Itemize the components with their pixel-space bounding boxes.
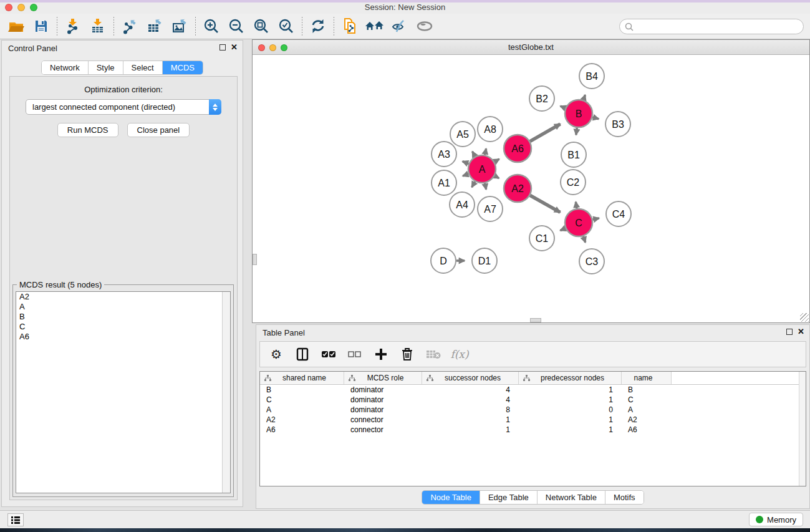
graph-node-b3[interactable]: B3 [605,112,630,137]
show-hidden-button[interactable] [412,16,437,37]
result-scrollbar[interactable] [222,292,230,493]
table-row-a[interactable]: Adominator80A [260,405,806,415]
graph-node-b4[interactable]: B4 [579,64,604,89]
graph-edge-c-c2[interactable] [576,202,576,209]
memory-button[interactable]: Memory [749,513,803,526]
hide-selected-button[interactable] [387,16,412,37]
close-panel-button[interactable]: Close panel [127,123,190,137]
cell-mcds-role[interactable]: dominator [344,385,422,395]
add-column-button[interactable] [374,346,388,362]
deselect-all-button[interactable] [347,346,362,362]
cell-predecessor-nodes[interactable]: 1 [519,415,622,425]
export-network-button[interactable] [117,16,142,37]
minimize-network-button[interactable] [269,44,276,51]
graph-node-a4[interactable]: A4 [450,192,475,217]
cell-shared-name[interactable]: A [260,405,344,415]
cell-mcds-role[interactable]: connector [344,425,422,435]
table-row-b[interactable]: Bdominator41B [260,385,806,395]
graph-edge-a-a6[interactable] [494,159,499,162]
graph-edge-b-b3[interactable] [592,117,599,119]
column-header-mcds-role[interactable]: MCDS role [344,372,422,384]
graph-node-a5[interactable]: A5 [450,122,475,147]
clone-network-button[interactable] [337,16,362,37]
graph-edge-b-b4[interactable] [584,95,586,100]
graph-edge-c-c1[interactable] [560,228,565,231]
float-panel-icon[interactable] [219,44,226,51]
graph-edge-a-a1[interactable] [463,174,468,176]
close-panel-icon[interactable]: ✕ [798,328,804,335]
zoom-out-button[interactable] [224,16,249,37]
close-window-button[interactable] [5,4,12,11]
window-resize-grip[interactable] [800,313,809,322]
home-views-button[interactable] [362,16,387,37]
graph-node-a[interactable]: A [468,155,496,183]
minimize-window-button[interactable] [17,4,25,11]
graph-edge-a-a3[interactable] [463,162,469,164]
refresh-button[interactable] [306,16,330,37]
export-image-button[interactable] [167,16,192,37]
graph-edge-a-a7[interactable] [485,183,486,190]
graph-edge-a6-b[interactable] [530,124,561,142]
graph-node-c3[interactable]: C3 [579,249,604,274]
graph-node-c4[interactable]: C4 [606,201,631,226]
zoom-network-button[interactable] [281,44,287,51]
graph-edge-a-a8[interactable] [485,148,486,155]
column-header-predecessor-nodes[interactable]: predecessor nodes [519,372,622,384]
cell-predecessor-nodes[interactable]: 1 [519,425,622,435]
cell-shared-name[interactable]: B [260,385,344,395]
tab-node-table[interactable]: Node Table [422,491,480,504]
cell-name[interactable]: B [622,385,672,395]
graph-edge-b-b1[interactable] [576,128,577,135]
cell-mcds-role[interactable]: dominator [344,405,422,415]
column-header-successor-nodes[interactable]: successor nodes [422,372,519,384]
graph-edge-a-a4[interactable] [472,181,475,187]
cell-shared-name[interactable]: C [260,395,344,405]
result-item-a2[interactable]: A2 [16,292,230,302]
close-panel-icon[interactable]: ✕ [231,44,238,51]
graph-node-c1[interactable]: C1 [529,226,554,251]
graph-node-d[interactable]: D [431,248,456,273]
result-item-a6[interactable]: A6 [16,332,230,342]
graph-node-a7[interactable]: A7 [478,196,503,221]
graph-edge-b-b2[interactable] [561,106,566,108]
graph-node-c2[interactable]: C2 [561,170,586,195]
node-table[interactable]: shared nameMCDS rolesuccessor nodesprede… [259,371,806,486]
network-canvas[interactable]: B4B2BB3A5A8A6A3B1AA1C2A2A4A7C4CC1C3DD1 [253,55,809,322]
cell-name[interactable]: A [622,405,672,415]
graph-edge-a-a2[interactable] [494,176,499,178]
tab-mcds[interactable]: MCDS [163,61,203,74]
cell-name[interactable]: A6 [622,425,672,435]
graph-node-d1[interactable]: D1 [472,248,497,273]
graph-edge-c-c3[interactable] [583,236,585,243]
task-history-button[interactable] [7,513,24,526]
tab-style[interactable]: Style [89,61,123,74]
tab-motifs[interactable]: Motifs [605,491,644,504]
table-row-a6[interactable]: A6connector11A6 [260,425,806,435]
table-scrollbar[interactable] [799,372,806,486]
cell-name[interactable]: C [622,395,672,405]
graph-node-a1[interactable]: A1 [432,170,456,195]
float-panel-icon[interactable] [786,329,793,335]
cell-shared-name[interactable]: A6 [260,425,344,435]
network-vscroll-handle[interactable] [253,254,257,265]
tab-select[interactable]: Select [123,61,163,74]
cell-successor-nodes[interactable]: 4 [422,395,519,405]
delete-column-button[interactable] [426,346,441,362]
network-hscroll-handle[interactable] [530,318,541,322]
tab-network[interactable]: Network [42,61,89,74]
table-settings-button[interactable]: ⚙ [269,346,284,362]
graph-node-a2[interactable]: A2 [504,175,531,202]
close-network-button[interactable] [258,44,265,51]
cell-predecessor-nodes[interactable]: 1 [519,395,622,405]
zoom-selected-button[interactable] [274,16,299,37]
cell-successor-nodes[interactable]: 4 [422,385,519,395]
network-window-titlebar[interactable]: testGlobe.txt [253,40,809,55]
cell-successor-nodes[interactable]: 1 [422,425,519,435]
cell-shared-name[interactable]: A2 [260,415,344,425]
mcds-result-list[interactable]: A2ABCA6 [16,291,231,493]
result-item-b[interactable]: B [16,312,230,322]
delete-button[interactable] [400,346,415,362]
zoom-window-button[interactable] [30,4,37,11]
run-mcds-button[interactable]: Run MCDS [57,123,118,137]
table-row-c[interactable]: Cdominator41C [260,395,806,405]
